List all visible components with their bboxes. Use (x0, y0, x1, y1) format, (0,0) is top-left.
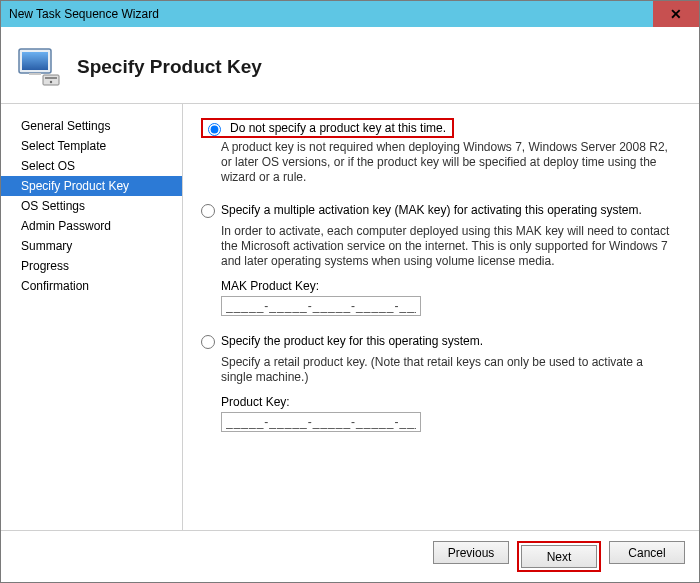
svg-rect-5 (45, 77, 57, 79)
retail-key-field-label: Product Key: (221, 395, 677, 410)
titlebar: New Task Sequence Wizard ✕ (1, 1, 699, 27)
next-button-highlight: Next (517, 541, 601, 572)
wizard-sidebar: General Settings Select Template Select … (1, 104, 183, 530)
page-title: Specify Product Key (77, 56, 262, 78)
sidebar-item-select-template[interactable]: Select Template (1, 136, 182, 156)
option-no-key-desc: A product key is not required when deplo… (221, 140, 677, 185)
option-mak-key: Specify a multiple activation key (MAK k… (201, 203, 677, 316)
close-button[interactable]: ✕ (653, 1, 699, 27)
previous-button[interactable]: Previous (433, 541, 509, 564)
sidebar-item-os-settings[interactable]: OS Settings (1, 196, 182, 216)
sidebar-item-summary[interactable]: Summary (1, 236, 182, 256)
cancel-button[interactable]: Cancel (609, 541, 685, 564)
svg-rect-4 (43, 75, 59, 85)
mak-key-field-label: MAK Product Key: (221, 279, 677, 294)
option-no-key-highlight: Do not specify a product key at this tim… (201, 118, 454, 138)
sidebar-item-specify-product-key[interactable]: Specify Product Key (1, 176, 182, 196)
wizard-footer: Previous Next Cancel (1, 530, 699, 582)
radio-no-key[interactable] (208, 123, 221, 136)
sidebar-item-confirmation[interactable]: Confirmation (1, 276, 182, 296)
next-button[interactable]: Next (521, 545, 597, 568)
option-retail-key: Specify the product key for this operati… (201, 334, 677, 432)
sidebar-item-progress[interactable]: Progress (1, 256, 182, 276)
option-mak-key-desc: In order to activate, each computer depl… (221, 224, 677, 269)
sidebar-item-general-settings[interactable]: General Settings (1, 116, 182, 136)
sidebar-item-admin-password[interactable]: Admin Password (1, 216, 182, 236)
option-retail-key-desc: Specify a retail product key. (Note that… (221, 355, 677, 385)
window-title: New Task Sequence Wizard (9, 7, 159, 21)
wizard-header: Specify Product Key (1, 27, 699, 103)
option-no-key: Do not specify a product key at this tim… (201, 118, 677, 185)
svg-point-6 (50, 81, 52, 83)
retail-key-input[interactable] (221, 412, 421, 432)
close-icon: ✕ (670, 6, 682, 22)
option-no-key-label: Do not specify a product key at this tim… (230, 121, 446, 136)
option-mak-key-label: Specify a multiple activation key (MAK k… (221, 203, 642, 218)
radio-retail-key[interactable] (201, 335, 215, 349)
radio-mak-key[interactable] (201, 204, 215, 218)
mak-key-input[interactable] (221, 296, 421, 316)
option-retail-key-label: Specify the product key for this operati… (221, 334, 483, 349)
svg-rect-2 (22, 52, 48, 70)
sidebar-item-select-os[interactable]: Select OS (1, 156, 182, 176)
wizard-content: Do not specify a product key at this tim… (183, 104, 699, 530)
svg-rect-3 (29, 73, 41, 75)
computer-icon (15, 45, 63, 89)
